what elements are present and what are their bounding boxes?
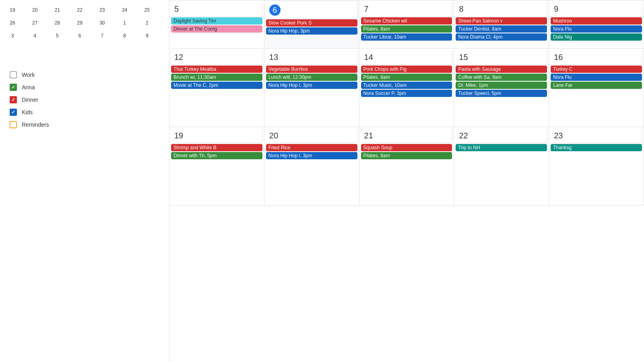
calendar-item-dinner[interactable]: Dinner: [3, 94, 166, 106]
calendar-event[interactable]: Sheet-Pan Salmon v: [456, 17, 547, 25]
calendar-event[interactable]: Nora Hip Hop, 3pm: [266, 27, 357, 35]
calendar-event[interactable]: Tucker Dentist, 8am: [456, 25, 547, 33]
calendar-event[interactable]: Dinner at The Corrig: [171, 25, 262, 33]
day-header[interactable]: 20: [266, 129, 357, 143]
calendar-event[interactable]: Pilates, 8am: [361, 74, 452, 81]
calendar-event[interactable]: Squash Soup: [361, 144, 452, 151]
mini-cal-day[interactable]: 9: [141, 30, 153, 42]
calendar-item-anna[interactable]: Anna: [3, 81, 166, 93]
calendar-event[interactable]: Pork Chops with Fig: [361, 66, 452, 73]
mini-cal-day[interactable]: 27: [29, 17, 41, 29]
calendar-checkbox[interactable]: [10, 96, 17, 103]
mini-cal-day[interactable]: 22: [74, 4, 86, 16]
mini-cal-day[interactable]: 23: [96, 4, 108, 16]
calendar-event[interactable]: Dinner with Th, 5pm: [171, 152, 262, 159]
add-friend-button[interactable]: [4, 48, 165, 60]
mini-cal-day[interactable]: 3: [6, 30, 19, 42]
sidebar: 192021222324252627282930123456789 WorkAn…: [0, 0, 169, 362]
day-header[interactable]: 9: [551, 2, 642, 16]
day-header[interactable]: 14: [361, 50, 452, 65]
calendar-event[interactable]: Tucker Librar, 10am: [361, 33, 452, 41]
calendar-event[interactable]: Tucker Music, 10am: [361, 82, 452, 89]
calendar-checkbox[interactable]: [10, 121, 17, 128]
other-calendars-header[interactable]: [0, 131, 169, 141]
day-header[interactable]: 6: [266, 2, 357, 19]
calendar-label: Work: [22, 72, 35, 78]
mini-cal-day[interactable]: 21: [51, 4, 63, 16]
day-header[interactable]: 5: [171, 2, 262, 16]
mini-cal-day[interactable]: 28: [51, 17, 63, 29]
calendar-checkbox[interactable]: [10, 109, 17, 116]
calendar-event[interactable]: Nora Hip Hop l, 3pm: [266, 152, 357, 159]
calendar-event[interactable]: Movie at The C, 2pm: [171, 82, 262, 89]
calendar-event[interactable]: Shrimp and White B: [171, 144, 262, 151]
day-cell: 23Thanksg: [549, 127, 644, 206]
mini-cal-day[interactable]: 2: [141, 17, 153, 29]
calendar-checkbox[interactable]: [10, 71, 17, 78]
day-cell: 19Shrimp and White BDinner with Th, 5pm: [169, 127, 264, 206]
mini-cal-day[interactable]: 4: [29, 30, 41, 42]
day-cell: 16Turkey CNora FluLane Far: [549, 49, 644, 127]
mini-cal-day[interactable]: 24: [119, 4, 131, 16]
calendar-event[interactable]: Lane Far: [551, 82, 642, 89]
calendar-event[interactable]: Nora Hip Hop l, 3pm: [266, 82, 357, 89]
my-calendars-header[interactable]: [0, 62, 169, 68]
mini-cal-day[interactable]: 6: [74, 30, 86, 42]
mini-cal-day[interactable]: 20: [29, 4, 41, 16]
calendar-item-work[interactable]: Work: [3, 69, 166, 81]
calendar-event[interactable]: Thai Turkey Meatba: [171, 66, 262, 73]
calendar-event[interactable]: Trip to NH: [456, 144, 547, 151]
day-header[interactable]: 22: [456, 129, 547, 143]
calendar-event[interactable]: Brunch wi, 11:30am: [171, 74, 262, 81]
day-header[interactable]: 7: [361, 2, 452, 16]
calendar-event[interactable]: Turkey C: [551, 66, 642, 73]
day-header[interactable]: 13: [266, 50, 357, 65]
day-header[interactable]: 12: [171, 50, 262, 65]
mini-cal-day[interactable]: 5: [51, 30, 63, 42]
day-number: 21: [364, 131, 373, 140]
calendar-event[interactable]: Mushroo: [551, 17, 642, 25]
day-number: 6: [269, 4, 281, 16]
mini-cal-day[interactable]: 30: [96, 17, 108, 29]
calendar-event[interactable]: Nora Flu: [551, 74, 642, 81]
mini-cal-day[interactable]: 7: [96, 30, 108, 42]
mini-cal-day[interactable]: 19: [6, 4, 19, 16]
calendar-event[interactable]: Nora Drama Cl, 4pm: [456, 33, 547, 41]
calendar-event[interactable]: Sesame Chicken wit: [361, 17, 452, 25]
day-header[interactable]: 15: [456, 50, 547, 65]
day-header[interactable]: 23: [551, 129, 642, 143]
mini-cal-day[interactable]: 1: [119, 17, 131, 29]
calendar-event[interactable]: Pasta with Sausage: [456, 66, 547, 73]
day-number: 8: [459, 4, 463, 13]
day-cell: 20Fried RiceNora Hip Hop l, 3pm: [264, 127, 359, 206]
calendar-label: Kids: [22, 109, 33, 115]
calendar-event[interactable]: Coffee with Sa, 9am: [456, 74, 547, 81]
day-header[interactable]: 16: [551, 50, 642, 65]
calendar-event[interactable]: Nora Soccer P, 3pm: [361, 90, 452, 97]
day-number: 15: [459, 53, 468, 62]
calendar-event[interactable]: Fried Rice: [266, 144, 357, 151]
mini-cal-day[interactable]: 29: [74, 17, 86, 29]
calendar-event[interactable]: Daylight Saving Tim: [171, 17, 262, 25]
day-header[interactable]: 19: [171, 129, 262, 143]
mini-cal-day[interactable]: 8: [119, 30, 131, 42]
mini-cal-day[interactable]: 25: [141, 4, 153, 16]
day-number: 9: [554, 4, 558, 13]
calendar-event[interactable]: Tucker Speecl, 5pm: [456, 90, 547, 97]
calendar-event[interactable]: Vegetable Burritos: [266, 66, 357, 73]
mini-cal-grid: 192021222324252627282930123456789: [6, 4, 163, 42]
day-header[interactable]: 21: [361, 129, 452, 143]
calendar-event[interactable]: Date Nig: [551, 33, 642, 41]
calendar-event[interactable]: Dr. Mike, 1pm: [456, 82, 547, 89]
calendar-event[interactable]: Nora Flu: [551, 25, 642, 33]
calendar-event[interactable]: Thanksg: [551, 144, 642, 151]
mini-cal-day[interactable]: 26: [6, 17, 19, 29]
calendar-event[interactable]: Slow Cooker Pork S: [266, 19, 357, 27]
day-header[interactable]: 8: [456, 2, 547, 16]
calendar-event[interactable]: Lunch witl, 12:30pm: [266, 74, 357, 81]
calendar-item-kids[interactable]: Kids: [3, 106, 166, 118]
calendar-event[interactable]: Pilates, 8am: [361, 152, 452, 159]
calendar-checkbox[interactable]: [10, 84, 17, 91]
calendar-event[interactable]: Pilates, 8am: [361, 25, 452, 33]
calendar-item-reminders[interactable]: Reminders: [3, 119, 166, 131]
